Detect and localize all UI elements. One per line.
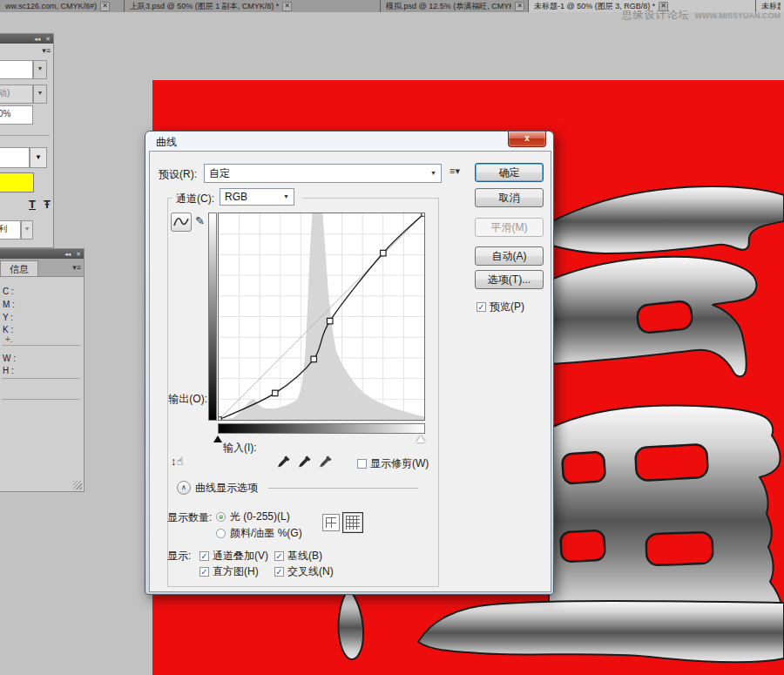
curve-plot	[219, 213, 424, 420]
channel-overlay-checkbox[interactable]: 通道叠加(V)	[199, 549, 268, 564]
chrome-hole	[635, 444, 708, 481]
collapse-display-options-icon[interactable]: ∧	[177, 481, 191, 495]
chrome-stroke-dot	[339, 593, 364, 659]
document-tab-label: 模拟.psd @ 12.5% (恭满福旺, CMYK/8) *	[386, 0, 511, 12]
targeted-adjustment-tool-icon[interactable]: ↕☝	[171, 455, 183, 468]
underline-button[interactable]: T	[29, 198, 36, 211]
chrome-hole	[560, 530, 605, 563]
cursor-coordinates-icon: +.	[5, 334, 13, 344]
chrome-hole	[636, 300, 693, 334]
panel-resize-grip[interactable]	[73, 481, 82, 489]
chrome-stroke-bottom	[418, 601, 784, 662]
leading-dropdown-arrow[interactable]: ▼	[33, 84, 47, 104]
close-panel-icon[interactable]: ✕	[76, 251, 81, 257]
channel-dropdown[interactable]: RGB	[220, 188, 294, 206]
smooth-button[interactable]: 平滑(M)	[475, 218, 544, 237]
highlight-input-slider[interactable]	[416, 435, 425, 442]
text-color-swatch[interactable]	[0, 172, 34, 192]
document-tab-label: 上跃3.psd @ 50% (图层 1 副本, CMYK/8) *	[130, 0, 279, 12]
character-panel: ◂◂ ✕ ▾≡ ▼ 动) ▼ 0% ▼ T Ŧ 利 ▼	[0, 33, 54, 248]
display-options-label: 曲线显示选项	[195, 481, 258, 496]
gray-point-eyedropper-icon[interactable]	[298, 455, 312, 469]
intersection-line-checkbox[interactable]: 交叉线(N)	[274, 564, 334, 579]
antialias-field[interactable]: 利	[0, 220, 21, 240]
radio-dot-icon	[216, 512, 226, 522]
dialog-client-area: 预设(R): 自定 ≡▾ 确定 取消 平滑(M) 自动(A) 选项(T)... …	[149, 151, 551, 592]
document-tab-2[interactable]: 上跃3.psd @ 50% (图层 1 副本, CMYK/8) * ✕	[125, 0, 381, 12]
detailed-grid-button[interactable]	[342, 512, 363, 533]
checkbox-check-icon	[357, 459, 367, 469]
dialog-close-button[interactable]: x	[508, 132, 546, 147]
ok-button[interactable]: 确定	[475, 163, 544, 182]
channel-label: 通道(C):	[176, 192, 214, 206]
curve-tool-icon	[172, 213, 191, 231]
close-panel-icon[interactable]: ✕	[45, 36, 51, 42]
info-w-label: W :	[3, 354, 16, 363]
pencil-tool-icon[interactable]: ✎	[195, 214, 205, 227]
tab-info[interactable]: 信息	[0, 260, 38, 276]
chrome-stroke-top	[549, 186, 784, 253]
options-button[interactable]: 选项(T)...	[475, 270, 544, 289]
radio-dot-icon	[216, 529, 226, 538]
tab-close-icon[interactable]: ✕	[515, 2, 524, 11]
dialog-title: 曲线	[156, 135, 177, 150]
panel-divider	[0, 135, 50, 136]
info-panel-tabrow: 信息 ▾≡	[0, 259, 84, 277]
font-family-field[interactable]	[0, 60, 33, 79]
watermark-site-name: 思缘设计论坛	[622, 8, 690, 23]
document-tab-3[interactable]: 模拟.psd @ 12.5% (恭满福旺, CMYK/8) * ✕	[381, 0, 529, 12]
preset-label: 预设(R):	[159, 167, 197, 182]
tab-close-icon[interactable]: ✕	[282, 2, 292, 11]
checkbox-check-icon	[199, 551, 209, 561]
histogram-checkbox[interactable]: 直方图(H)	[199, 564, 259, 579]
checkbox-check-icon	[476, 302, 486, 312]
chrome-stroke-block	[549, 405, 782, 627]
language-dropdown-arrow[interactable]: ▼	[30, 147, 47, 168]
strikethrough-button[interactable]: Ŧ	[44, 198, 51, 211]
character-panel-header: ◂◂ ✕	[0, 34, 53, 44]
info-panel-header: ◂◂ ✕	[0, 249, 84, 259]
baseline-checkbox[interactable]: 基线(B)	[274, 549, 322, 564]
language-field[interactable]	[0, 147, 30, 168]
antialias-dropdown-arrow[interactable]: ▼	[21, 220, 33, 240]
dialog-titlebar[interactable]: 曲线 x	[145, 132, 553, 151]
simple-grid-button[interactable]	[322, 514, 340, 531]
tracking-field[interactable]: 0%	[0, 105, 33, 125]
light-0-255-radio[interactable]: 光 (0-255)(L)	[216, 510, 290, 524]
document-tab-1[interactable]: ww.sc126.com, CMYK/8#) ✕	[0, 0, 125, 12]
info-h-label: H :	[3, 366, 14, 375]
quad-grid-icon	[326, 517, 336, 528]
shadow-input-slider[interactable]	[213, 435, 222, 442]
collapse-panel-icon[interactable]: ◂◂	[34, 36, 40, 42]
watermark: 思缘设计论坛 WWW.MISSYUAN.COM	[622, 8, 781, 23]
leading-field[interactable]: 动)	[0, 84, 33, 104]
pigment-ink-radio[interactable]: 颜料/油墨 %(G)	[216, 526, 302, 541]
auto-button[interactable]: 自动(A)	[475, 246, 544, 266]
panel-divider	[2, 378, 80, 379]
cancel-button[interactable]: 取消	[475, 188, 544, 207]
preset-dropdown[interactable]: 自定	[204, 164, 442, 183]
preset-options-icon[interactable]: ≡▾	[449, 167, 460, 175]
collapse-panel-icon[interactable]: ◂◂	[64, 251, 71, 257]
curves-dialog: 曲线 x 预设(R): 自定 ≡▾ 确定 取消 平滑(M) 自动(A) 选项(T…	[145, 131, 554, 595]
panel-menu-icon[interactable]: ▾≡	[72, 263, 81, 272]
black-point-eyedropper-icon[interactable]	[277, 455, 291, 469]
white-point-eyedropper-icon[interactable]	[319, 455, 333, 469]
curve-edit-tool-button[interactable]	[171, 213, 192, 232]
font-family-dropdown-arrow[interactable]: ▼	[33, 60, 47, 79]
output-gradient-bar	[208, 213, 217, 421]
watermark-site-url: WWW.MISSYUAN.COM	[695, 11, 781, 20]
input-label: 输入(I):	[223, 441, 257, 456]
panel-divider	[2, 399, 80, 400]
panel-menu-icon[interactable]: ▾≡	[42, 46, 51, 55]
show-clipping-checkbox[interactable]: 显示修剪(W)	[357, 456, 429, 471]
preview-checkbox[interactable]: 预览(P)	[476, 300, 524, 314]
output-label: 输出(O):	[162, 392, 207, 407]
info-c-label: C :	[3, 287, 14, 296]
chrome-hole	[562, 451, 605, 483]
tab-close-icon[interactable]: ✕	[100, 2, 110, 11]
document-tab-label: ww.sc126.com, CMYK/8#)	[5, 0, 97, 12]
input-gradient-bar	[218, 423, 425, 434]
info-panel: ◂◂ ✕ 信息 ▾≡ C : M : Y : K : +. W : H :	[0, 248, 84, 492]
curve-graph[interactable]	[218, 213, 425, 421]
